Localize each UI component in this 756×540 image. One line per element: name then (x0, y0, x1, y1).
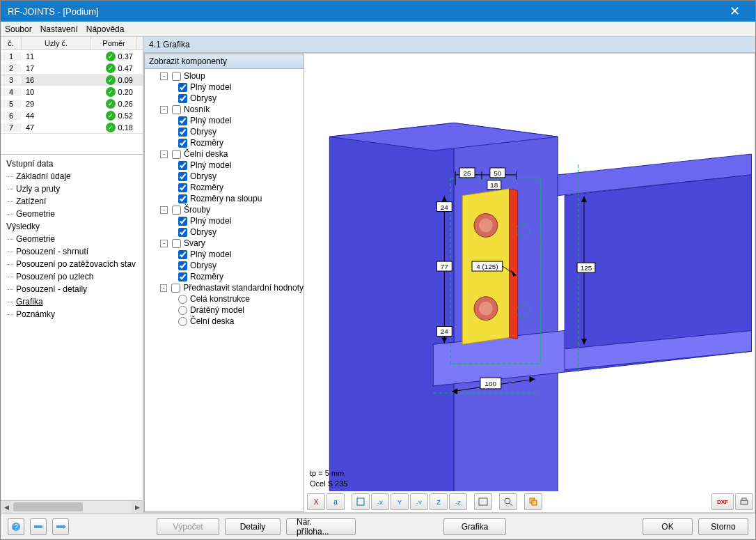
ok-button[interactable]: OK (643, 518, 693, 535)
tree-checkbox[interactable] (178, 272, 187, 281)
units-button[interactable] (30, 518, 47, 535)
tree-checkbox[interactable] (178, 94, 187, 103)
view-neg-x-button[interactable]: -X (371, 493, 389, 510)
tree-item[interactable]: Plný model (150, 115, 304, 126)
table-row[interactable]: 410✓0.20 (1, 86, 143, 98)
table-row[interactable]: 316✓0.09 (1, 74, 143, 86)
tree-checkbox[interactable] (178, 250, 187, 259)
tree-item[interactable]: Plný model (150, 160, 304, 171)
tree-checkbox[interactable] (178, 161, 187, 170)
tree-item[interactable]: Drátěný model (150, 304, 304, 316)
expand-icon[interactable]: - (160, 206, 168, 214)
tree-item[interactable]: Plný model (150, 215, 304, 226)
view-neg-z-button[interactable]: -Z (449, 493, 467, 510)
tree-item[interactable]: Plný model (150, 249, 304, 260)
tree-group[interactable]: -Svary (150, 238, 304, 249)
tree-checkbox[interactable] (178, 228, 187, 237)
tree-checkbox[interactable] (178, 194, 187, 203)
menu-settings[interactable]: Nastavení (40, 24, 78, 34)
tree-item[interactable]: Obrysy (150, 126, 304, 137)
tree-radio[interactable] (178, 306, 187, 315)
table-row[interactable]: 529✓0.26 (1, 98, 143, 109)
view-y-button[interactable]: Y (391, 493, 409, 510)
tree-item[interactable]: Plný model (150, 82, 304, 93)
nav-item[interactable]: Geometrie (2, 233, 141, 245)
nav-item[interactable]: Geometrie (2, 208, 141, 220)
tree-item[interactable]: Rozměry na sloupu (150, 193, 304, 204)
nav-item[interactable]: Posouzení - shrnutí (2, 245, 141, 258)
view-fit-button[interactable] (474, 493, 492, 510)
tree-item[interactable]: Rozměry (150, 137, 304, 148)
tree-checkbox[interactable] (172, 239, 181, 248)
export-dxf-button[interactable]: DXF (711, 493, 734, 510)
view-a-button[interactable]: a (326, 493, 345, 510)
graphics-button[interactable]: Grafika (443, 518, 506, 535)
scroll-left[interactable]: ◀ (1, 501, 12, 513)
tree-radio[interactable] (178, 295, 187, 304)
table-row[interactable]: 747✓0.18 (1, 121, 143, 133)
close-button[interactable]: ✕ (720, 3, 748, 19)
expand-icon[interactable]: - (160, 72, 168, 80)
menu-file[interactable]: Soubor (5, 24, 32, 34)
tree-checkbox[interactable] (171, 284, 180, 293)
tree-checkbox[interactable] (178, 172, 187, 181)
tree-group[interactable]: -Šrouby (150, 204, 304, 215)
tree-item[interactable]: Celá konstrukce (150, 293, 304, 304)
help-button[interactable]: ? (8, 518, 24, 535)
calculate-button[interactable]: Výpočet (157, 518, 219, 535)
view-neg-y-button[interactable]: -Y (410, 493, 428, 510)
nav-item[interactable]: Základní údaje (2, 170, 141, 183)
view-iso-button[interactable] (352, 493, 370, 510)
scroll-right[interactable]: ▶ (132, 501, 143, 513)
tree-item[interactable]: Čelní deska (150, 316, 304, 327)
tree-checkbox[interactable] (178, 83, 187, 92)
nav-item[interactable]: Zatížení (2, 195, 141, 208)
tree-checkbox[interactable] (172, 206, 181, 215)
tree-item[interactable]: Obrysy (150, 171, 304, 182)
tree-item[interactable]: Rozměry (150, 271, 304, 282)
nav-item[interactable]: Posouzení - detaily (2, 283, 141, 295)
nav-item[interactable]: Uzly a pruty (2, 183, 141, 195)
table-row[interactable]: 217✓0.47 (1, 62, 143, 74)
expand-icon[interactable]: - (160, 240, 168, 247)
tree-checkbox[interactable] (172, 150, 181, 159)
tree-item[interactable]: Obrysy (150, 226, 304, 238)
tree-checkbox[interactable] (172, 105, 181, 114)
menu-help[interactable]: Nápověda (86, 24, 125, 34)
tree-checkbox[interactable] (178, 139, 187, 148)
tree-checkbox[interactable] (178, 116, 187, 125)
tree-group[interactable]: -Nosník (150, 104, 304, 115)
tree-checkbox[interactable] (178, 183, 187, 192)
tree-checkbox[interactable] (178, 128, 187, 137)
tree-checkbox[interactable] (178, 217, 187, 226)
tree-group[interactable]: -Čelní deska (150, 148, 304, 160)
view-z-button[interactable]: Z (430, 493, 448, 510)
table-row[interactable]: 111✓0.37 (1, 50, 143, 62)
zoom-button[interactable] (499, 493, 517, 510)
details-button[interactable]: Detaily (225, 518, 281, 535)
graphic-viewport[interactable]: 25 50 18 24 (306, 54, 755, 512)
print-button[interactable] (735, 493, 753, 510)
expand-icon[interactable]: - (160, 284, 167, 292)
tree-item[interactable]: Obrysy (150, 260, 304, 271)
expand-icon[interactable]: - (160, 151, 168, 158)
hscroll[interactable]: ◀ ▶ (1, 500, 143, 513)
tree-item[interactable]: Obrysy (150, 93, 304, 104)
tree-item[interactable]: Rozměry (150, 182, 304, 193)
table-row[interactable]: 644✓0.52 (1, 109, 143, 121)
nav-item[interactable]: Posouzení po zatěžovacích stav (2, 258, 141, 270)
scroll-thumb[interactable] (13, 502, 83, 511)
tree-group[interactable]: -Sloup (150, 70, 304, 82)
expand-icon[interactable]: - (160, 106, 168, 114)
view-x-button[interactable]: X (307, 493, 325, 510)
copy-view-button[interactable] (524, 493, 542, 510)
export-button[interactable] (52, 518, 69, 535)
tree-checkbox[interactable] (172, 72, 181, 81)
nav-item[interactable]: Poznámky (2, 308, 141, 321)
tree-checkbox[interactable] (178, 261, 187, 270)
annex-button[interactable]: Nár. příloha... (286, 518, 356, 535)
tree-radio[interactable] (178, 317, 187, 326)
tree-group[interactable]: -Přednastavit standardní hodnoty (150, 282, 304, 293)
cancel-button[interactable]: Storno (698, 518, 748, 535)
nav-item[interactable]: Grafika (2, 295, 141, 308)
